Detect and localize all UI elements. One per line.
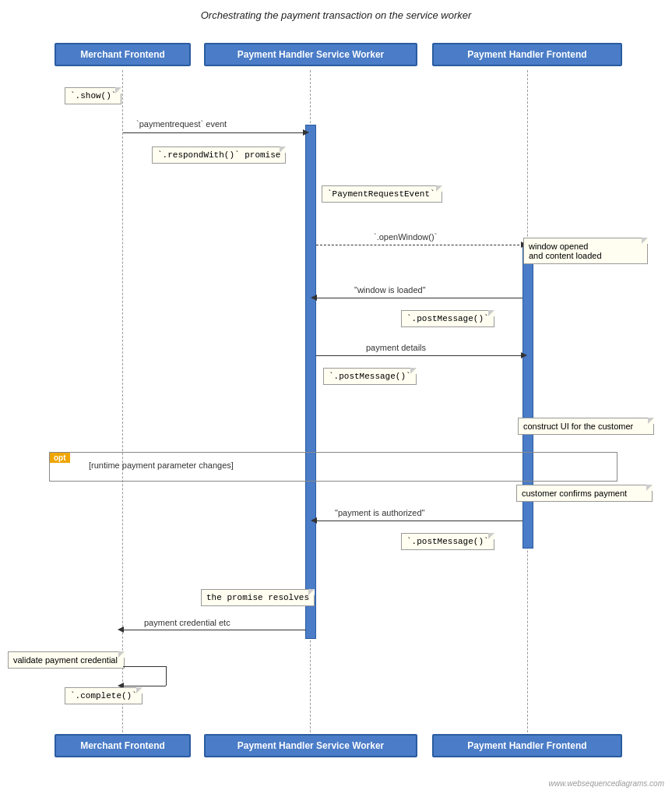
arrow-paymentdetails (316, 355, 522, 356)
note-postmessage1: `.postMessage()` (401, 310, 494, 327)
arrow-paymentauthorized (316, 521, 522, 521)
self-arrow-top (123, 666, 166, 667)
actor-handler-top: Payment Handler Service Worker (204, 43, 417, 66)
note-postmessage3: `.postMessage()` (401, 533, 494, 550)
actor-merchant-bottom: Merchant Frontend (55, 734, 191, 757)
opt-label: opt (50, 453, 70, 463)
active-lifeline-frontend (522, 245, 533, 549)
note-show: `.show()` (65, 87, 121, 104)
label-paymentdetails: payment details (366, 343, 426, 352)
diagram-container: Orchestrating the payment transaction on… (0, 0, 672, 794)
active-lifeline-handler (305, 125, 316, 639)
watermark: www.websequencediagrams.com (549, 779, 664, 788)
arrow-paymentcredential (123, 630, 306, 630)
label-paymentrequest: `paymentrequest` event (136, 119, 227, 129)
label-openwindow: `.openWindow()` (374, 232, 437, 242)
label-paymentcredential: payment credential etc (144, 618, 230, 627)
note-promiseresolves: the promise resolves (201, 589, 315, 606)
self-arrow-right (166, 666, 167, 686)
note-constructui: construct UI for the customer (518, 418, 654, 435)
opt-container: opt [runtime payment parameter changes] (49, 452, 617, 482)
arrow-openwindow (316, 245, 523, 245)
actor-handler-bottom: Payment Handler Service Worker (204, 734, 417, 757)
note-paymentrequesteve: `PaymentRequestEvent` (322, 185, 442, 203)
self-arrow-bottom (123, 686, 166, 686)
note-windowopened: window openedand content loaded (523, 238, 648, 264)
note-validatepayment: validate payment credential (8, 651, 125, 669)
diagram-title: Orchestrating the payment transaction on… (0, 0, 672, 27)
actor-frontend-bottom: Payment Handler Frontend (432, 734, 622, 757)
note-postmessage2: `.postMessage()` (323, 368, 417, 385)
note-respondwith: `.respondWith()` promise (152, 146, 286, 164)
note-complete: `.complete()` (65, 687, 142, 704)
opt-text: [runtime payment parameter changes] (89, 461, 234, 470)
arrow-windowloaded (316, 298, 522, 298)
note-customerconfirms: customer confirms payment (516, 485, 653, 502)
actor-merchant-top: Merchant Frontend (55, 43, 191, 66)
label-paymentauthorized: "payment is authorized" (335, 508, 424, 517)
label-windowloaded: "window is loaded" (354, 285, 426, 295)
arrow-paymentrequest (123, 132, 306, 133)
actor-frontend-top: Payment Handler Frontend (432, 43, 622, 66)
